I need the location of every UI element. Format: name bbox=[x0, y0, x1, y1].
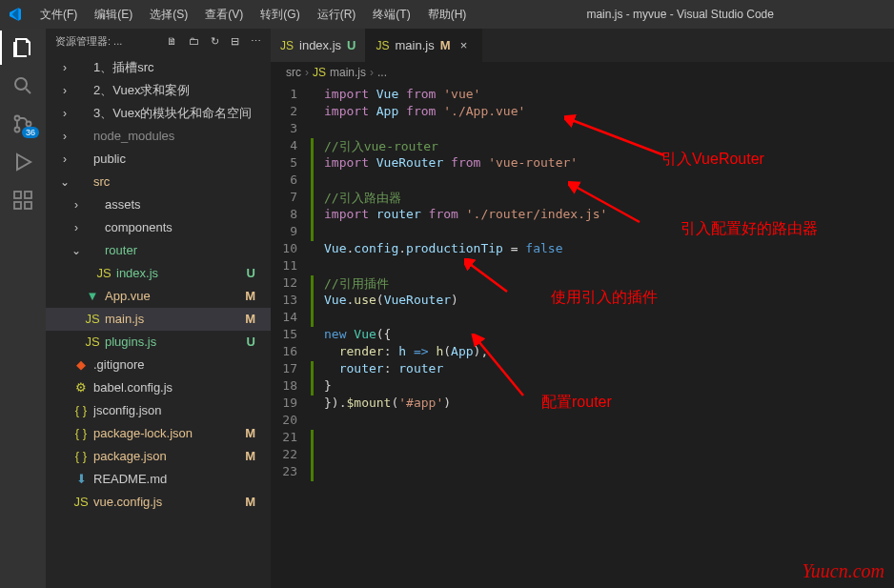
tree-item[interactable]: ›2、Vuex求和案例 bbox=[46, 79, 271, 102]
editor-tab[interactable]: JSindex.jsU bbox=[271, 29, 366, 62]
breadcrumb-item[interactable]: main.js bbox=[330, 66, 366, 79]
search-icon[interactable] bbox=[11, 74, 34, 97]
code-line[interactable]: 6 bbox=[271, 172, 324, 187]
svg-rect-7 bbox=[25, 192, 31, 198]
code-line[interactable]: 16 render: h => h(App), bbox=[271, 344, 488, 358]
code-line[interactable]: 9 bbox=[271, 224, 324, 238]
svg-rect-5 bbox=[14, 202, 21, 209]
tree-item[interactable]: ⌄router bbox=[46, 239, 271, 262]
tree-item[interactable]: JSvue.config.jsM bbox=[46, 491, 271, 514]
tree-label: babel.config.js bbox=[93, 377, 255, 398]
js-icon: JS bbox=[280, 39, 294, 52]
more-icon[interactable]: ⋯ bbox=[251, 35, 261, 48]
explorer-icon[interactable] bbox=[11, 36, 34, 59]
line-number: 2 bbox=[271, 104, 309, 118]
tree-item[interactable]: ›3、Vuex的模块化和命名空间 bbox=[46, 102, 271, 125]
tree-item[interactable]: ›components bbox=[46, 216, 271, 239]
breadcrumb[interactable]: src › JS main.js › ... bbox=[271, 62, 894, 83]
tree-label: 2、Vuex求和案例 bbox=[93, 80, 255, 101]
tree-item[interactable]: ◆.gitignore bbox=[46, 354, 271, 376]
tree-item[interactable]: ›public bbox=[46, 148, 271, 171]
new-folder-icon[interactable]: 🗀 bbox=[189, 35, 199, 48]
tree-item[interactable]: JSindex.jsU bbox=[46, 262, 271, 285]
menu-view[interactable]: 查看(V) bbox=[197, 3, 251, 27]
menu-edit[interactable]: 编辑(E) bbox=[87, 3, 140, 27]
code-line[interactable]: 3 bbox=[271, 121, 324, 135]
tab-status: U bbox=[347, 38, 356, 52]
chevron-icon: › bbox=[69, 217, 84, 238]
code-line[interactable]: 22 bbox=[271, 447, 324, 461]
code-line[interactable]: 5import VueRouter from 'vue-router' bbox=[271, 155, 578, 170]
file-icon: JS bbox=[72, 492, 90, 513]
editor-tabs: JSindex.jsUJSmain.jsM× bbox=[271, 29, 894, 62]
svg-point-2 bbox=[15, 128, 20, 132]
sidebar-header: 资源管理器: ... 🗎 🗀 ↻ ⊟ ⋯ bbox=[46, 29, 271, 54]
tree-item[interactable]: ⬇README.md bbox=[46, 468, 271, 491]
file-icon: JS bbox=[84, 309, 101, 330]
tree-label: App.vue bbox=[105, 286, 245, 307]
tree-item[interactable]: { }package-lock.jsonM bbox=[46, 422, 271, 445]
collapse-icon[interactable]: ⊟ bbox=[231, 35, 239, 48]
tree-item[interactable]: { }package.jsonM bbox=[46, 445, 271, 468]
tree-label: jsconfig.json bbox=[93, 400, 255, 421]
tree-item[interactable]: { }jsconfig.json bbox=[46, 399, 271, 422]
gutter-modified-indicator bbox=[311, 430, 314, 447]
code-line[interactable]: 17 router: router bbox=[271, 361, 443, 375]
gutter-modified-indicator bbox=[311, 172, 314, 190]
menu-file[interactable]: 文件(F) bbox=[32, 3, 85, 27]
code-line[interactable]: 2import App from './App.vue' bbox=[271, 104, 525, 118]
file-tree[interactable]: ›1、插槽src›2、Vuex求和案例›3、Vuex的模块化和命名空间›node… bbox=[46, 54, 271, 588]
tree-item[interactable]: ›assets bbox=[46, 193, 271, 216]
line-number: 4 bbox=[271, 138, 309, 155]
tree-item[interactable]: ›node_modules bbox=[46, 125, 271, 148]
menu-go[interactable]: 转到(G) bbox=[253, 3, 307, 27]
code-line[interactable]: 10Vue.config.productionTip = false bbox=[271, 241, 562, 255]
menu-run[interactable]: 运行(R) bbox=[310, 3, 364, 27]
code-line[interactable]: 11 bbox=[271, 258, 324, 273]
line-number: 7 bbox=[271, 190, 309, 207]
code-line[interactable]: 20 bbox=[271, 413, 324, 427]
tree-item[interactable]: ⚙babel.config.js bbox=[46, 376, 271, 399]
code-line[interactable]: 1import Vue from 'vue' bbox=[271, 87, 480, 101]
file-icon: JS bbox=[95, 263, 112, 284]
file-icon: ◆ bbox=[72, 355, 90, 375]
code-line[interactable]: 4//引入vue-router bbox=[271, 138, 438, 155]
tree-item[interactable]: JSplugins.jsU bbox=[46, 331, 271, 354]
activity-bar: 36 bbox=[0, 29, 46, 588]
menu-help[interactable]: 帮助(H) bbox=[420, 3, 475, 27]
line-number: 3 bbox=[271, 121, 309, 135]
code-line[interactable]: 12//引用插件 bbox=[271, 275, 389, 293]
line-number: 10 bbox=[271, 241, 309, 255]
new-file-icon[interactable]: 🗎 bbox=[167, 35, 177, 48]
code-line[interactable]: 18} bbox=[271, 378, 332, 393]
tree-label: public bbox=[93, 149, 255, 170]
tree-item[interactable]: JSmain.jsM bbox=[46, 308, 271, 331]
chevron-icon: › bbox=[57, 80, 72, 101]
extensions-icon[interactable] bbox=[11, 189, 34, 212]
file-status: M bbox=[245, 446, 263, 467]
breadcrumb-item[interactable]: src bbox=[286, 66, 301, 79]
code-editor[interactable]: 1import Vue from 'vue'2import App from '… bbox=[271, 83, 894, 588]
run-debug-icon[interactable] bbox=[11, 151, 34, 173]
tree-item[interactable]: ▼App.vueM bbox=[46, 285, 271, 308]
code-line[interactable]: 23 bbox=[271, 464, 324, 478]
breadcrumb-item[interactable]: ... bbox=[377, 66, 387, 79]
editor-tab[interactable]: JSmain.jsM× bbox=[366, 29, 481, 62]
tree-label: vue.config.js bbox=[93, 492, 245, 513]
code-line[interactable]: 7//引入路由器 bbox=[271, 190, 401, 207]
tree-item[interactable]: ⌄src bbox=[46, 171, 271, 193]
close-icon[interactable]: × bbox=[457, 38, 472, 52]
menu-terminal[interactable]: 终端(T) bbox=[365, 3, 417, 27]
code-line[interactable]: 15new Vue({ bbox=[271, 327, 391, 341]
code-line[interactable]: 8import router from './router/index.js' bbox=[271, 207, 607, 221]
tree-item[interactable]: ›1、插槽src bbox=[46, 56, 271, 79]
gutter-modified-indicator bbox=[311, 207, 314, 224]
refresh-icon[interactable]: ↻ bbox=[211, 35, 219, 48]
code-line[interactable]: 13Vue.use(VueRouter) bbox=[271, 293, 458, 307]
menu-selection[interactable]: 选择(S) bbox=[142, 3, 195, 27]
source-control-icon[interactable]: 36 bbox=[11, 112, 34, 135]
code-line[interactable]: 14 bbox=[271, 310, 324, 324]
code-line[interactable]: 19}).$mount('#app') bbox=[271, 395, 451, 410]
code-line[interactable]: 21 bbox=[271, 430, 324, 444]
line-number: 14 bbox=[271, 310, 309, 324]
